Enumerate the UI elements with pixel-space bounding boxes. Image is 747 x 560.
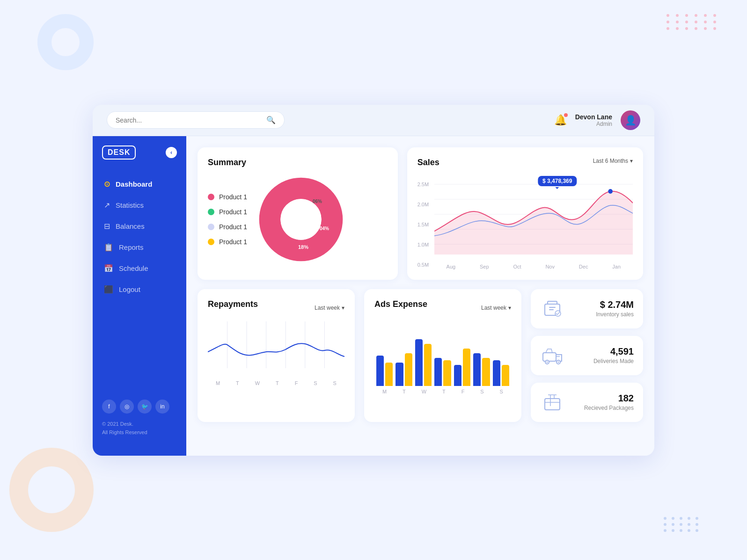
inventory-icon <box>541 298 564 320</box>
stat-deliveries-label: Deliveries Made <box>572 358 634 364</box>
bar-yellow-2 <box>424 344 432 386</box>
user-name: Devon Lane <box>575 113 612 121</box>
stat-packages: 182 Recieved Packages <box>531 383 643 422</box>
ads-x-4: F <box>461 389 465 394</box>
notification-button[interactable]: 🔔 <box>554 114 567 126</box>
bg-decoration-circle-2 <box>37 14 94 70</box>
facebook-icon[interactable]: f <box>102 400 116 414</box>
legend-item-4: Product 1 <box>208 238 247 246</box>
linkedin-icon[interactable]: in <box>155 400 169 414</box>
ads-period-dropdown[interactable]: Last week ▾ <box>481 305 511 311</box>
bar-group-2 <box>415 339 432 386</box>
svg-rect-31 <box>550 395 554 399</box>
legend-item-1: Product 1 <box>208 193 247 201</box>
bar-group-1 <box>395 353 412 386</box>
user-role: Admin <box>575 121 612 127</box>
sales-period-label: Last 6 Months <box>593 158 628 164</box>
x-label-0: Aug <box>447 264 456 269</box>
legend-label-3: Product 1 <box>219 223 247 231</box>
sidebar-item-label: Reports <box>119 243 144 251</box>
instagram-icon[interactable]: ◎ <box>120 400 134 414</box>
repayments-card: Repayments Last week ▾ <box>198 289 355 422</box>
logo-area: DESK ‹ <box>93 145 186 174</box>
deliveries-icon <box>541 344 564 367</box>
sidebar-collapse-button[interactable]: ‹ <box>166 147 177 158</box>
search-bar[interactable]: 🔍 <box>107 111 285 129</box>
bar-blue-3 <box>434 358 442 386</box>
summary-card: Summary Product 1 Product 1 <box>198 147 398 280</box>
ads-x-1: T <box>403 389 406 394</box>
svg-rect-24 <box>549 309 554 310</box>
user-info: Devon Lane Admin <box>575 113 612 127</box>
repayments-period-dropdown[interactable]: Last week ▾ <box>315 305 344 311</box>
sidebar-item-label: Schedule <box>119 264 148 272</box>
bar-blue-4 <box>454 365 461 386</box>
x-label-5: Jan <box>612 264 621 269</box>
stat-deliveries: 4,591 Deliveries Made <box>531 336 643 375</box>
sidebar-item-reports[interactable]: 📋 Reports <box>93 237 186 258</box>
repayments-svg <box>208 321 344 378</box>
svg-rect-30 <box>545 399 560 410</box>
repayments-period-label: Last week <box>315 305 340 311</box>
x-label-3: Nov <box>545 264 555 269</box>
repayments-x-axis: M T W T F S S <box>208 378 344 386</box>
bar-yellow-3 <box>443 360 451 386</box>
repayments-title: Repayments <box>208 299 258 309</box>
bar-yellow-0 <box>385 363 393 386</box>
x-axis: Aug Sep Oct Nov Dec Jan <box>434 261 633 269</box>
sidebar-item-label: Statistics <box>116 201 144 209</box>
reports-icon: 📋 <box>104 243 113 252</box>
sales-chart-wrap: 2.5M 2.0M 1.5M 1.0M 0.5M $ 3,478,369 <box>417 180 633 269</box>
sidebar: DESK ‹ ⊙ Dashboard ↗ Statistics ⊟ Balanc… <box>93 136 186 456</box>
y-label-4: 0.5M <box>417 262 429 268</box>
bar-yellow-6 <box>502 365 509 386</box>
sales-tooltip: $ 3,478,369 <box>538 176 577 186</box>
sidebar-item-dashboard[interactable]: ⊙ Dashboard <box>93 174 186 195</box>
bar-blue-2 <box>415 339 423 386</box>
sidebar-item-logout[interactable]: ⬛ Logout <box>93 279 186 300</box>
twitter-icon[interactable]: 🐦 <box>138 400 152 414</box>
bar-yellow-5 <box>482 358 490 386</box>
stat-packages-value: 182 <box>572 393 634 404</box>
ads-x-5: S <box>480 389 483 394</box>
stat-deliveries-info: 4,591 Deliveries Made <box>572 346 634 364</box>
bar-group-0 <box>376 356 393 386</box>
main-content: Summary Product 1 Product 1 <box>186 136 654 456</box>
ads-card: Ads Expense Last week ▾ <box>364 289 521 422</box>
sidebar-item-statistics[interactable]: ↗ Statistics <box>93 195 186 216</box>
y-label-3: 1.0M <box>417 242 429 247</box>
search-input[interactable] <box>116 116 262 124</box>
bar-blue-6 <box>493 360 500 386</box>
avatar[interactable]: 👤 <box>621 110 640 130</box>
stat-deliveries-value: 4,591 <box>572 346 634 357</box>
y-label-0: 2.5M <box>417 182 429 187</box>
chevron-down-icon: ▾ <box>342 305 344 311</box>
ads-x-6: S <box>500 389 503 394</box>
schedule-icon: 📅 <box>104 264 113 273</box>
sidebar-item-label: Dashboard <box>116 180 152 188</box>
legend-item-3: Product 1 <box>208 223 247 231</box>
legend-label-1: Product 1 <box>219 193 247 201</box>
logo: DESK <box>102 145 136 160</box>
footer-copyright: © 2021 Desk. All Rights Reserved <box>102 420 177 436</box>
sidebar-item-balances[interactable]: ⊟ Balances <box>93 216 186 237</box>
bar-group-5 <box>473 353 490 386</box>
sidebar-item-schedule[interactable]: 📅 Schedule <box>93 258 186 279</box>
ads-x-2: W <box>422 389 426 394</box>
legend-label-2: Product 1 <box>219 208 247 216</box>
stats-column: $ 2.74M Inventory sales <box>531 289 643 422</box>
chevron-down-icon: ▾ <box>508 305 511 311</box>
x-label-4: Dec <box>579 264 588 269</box>
x-label-1: Sep <box>480 264 489 269</box>
ads-header: Ads Expense Last week ▾ <box>374 299 511 317</box>
bg-decoration-circle-1 <box>9 448 94 532</box>
rep-x-5: S <box>314 380 317 386</box>
packages-icon-wrap <box>540 390 564 415</box>
stat-inventory-info: $ 2.74M Inventory sales <box>572 299 634 318</box>
balances-icon: ⊟ <box>104 222 110 231</box>
legend-label-4: Product 1 <box>219 238 247 246</box>
dashboard-container: 🔍 🔔 Devon Lane Admin 👤 DESK ‹ ⊙ Dashboar… <box>93 105 654 456</box>
tooltip-value: $ 3,478,369 <box>542 178 572 184</box>
sales-period-dropdown[interactable]: Last 6 Months ▾ <box>593 158 633 164</box>
bg-dots-top-right <box>666 14 719 30</box>
